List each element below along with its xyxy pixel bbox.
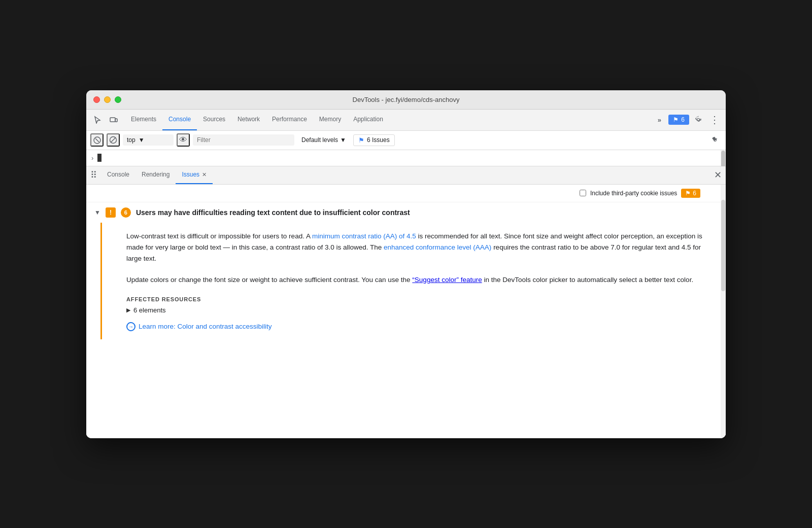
context-selector[interactable]: top ▼ [123, 134, 174, 146]
console-prompt-icon: › [91, 154, 93, 162]
tab-rendering[interactable]: Rendering [136, 166, 176, 184]
levels-dropdown[interactable]: Default levels ▼ [297, 134, 350, 146]
suggest-color-link[interactable]: “Suggest color” feature [412, 276, 482, 284]
issue-count: 6 [121, 207, 131, 218]
issues-flag-icon: ⚑ [358, 136, 364, 144]
window-title: DevTools - jec.fyi/demo/cds-anchovy [353, 96, 460, 103]
issue-chevron-icon: ▼ [94, 209, 100, 216]
issues-badge-button[interactable]: ⚑ 6 [668, 115, 689, 125]
issues-panel: Include third-party cookie issues ⚑ 6 ▼ … [86, 185, 726, 438]
tab-memory[interactable]: Memory [313, 110, 347, 130]
issue-description: Low-contrast text is difficult or imposs… [126, 231, 718, 265]
elements-arrow-icon: ▶ [126, 307, 130, 313]
svg-line-5 [111, 137, 116, 143]
traffic-lights [93, 96, 121, 103]
more-options-icon[interactable]: ⋮ [707, 113, 722, 127]
tab-console[interactable]: Console [162, 110, 197, 130]
secondary-tab-dots-icon[interactable]: ⠿ [90, 169, 97, 181]
filter-input[interactable] [193, 134, 294, 146]
issues-scrollbar-track [721, 185, 726, 438]
tab-sources[interactable]: Sources [197, 110, 231, 130]
elements-toggle[interactable]: ▶ 6 elements [126, 306, 718, 314]
issues-scrollbar-thumb [721, 200, 725, 291]
issue-warning-icon: ! [106, 207, 116, 218]
console-input-row: › [86, 150, 726, 166]
warning-flag-icon: ⚑ [685, 190, 691, 197]
conformance-link[interactable]: enhanced conformance level (AAA) [384, 243, 491, 251]
learn-more-circle-icon: → [126, 322, 136, 331]
issue-header[interactable]: ▼ ! 6 Users may have difficulties readin… [86, 202, 726, 223]
affected-label: AFFECTED RESOURCES [126, 296, 718, 302]
issues-button-toolbar[interactable]: ⚑ 6 Issues [353, 134, 395, 146]
minimize-button[interactable] [104, 96, 111, 103]
learn-more-link[interactable]: → Learn more: Color and contrast accessi… [126, 322, 718, 331]
issue-body: Low-contrast text is difficult or imposs… [100, 223, 726, 339]
console-toolbar: top ▼ 👁 Default levels ▼ ⚑ 6 Issues [86, 131, 726, 150]
tab-application[interactable]: Application [347, 110, 389, 130]
tab-issues-close-icon[interactable]: ✕ [202, 171, 207, 178]
eye-icon[interactable]: 👁 [177, 133, 190, 147]
affected-resources: AFFECTED RESOURCES ▶ 6 elements [126, 296, 718, 314]
issue-group: ▼ ! 6 Users may have difficulties readin… [86, 202, 726, 339]
devtools-window: DevTools - jec.fyi/demo/cds-anchovy [86, 90, 726, 438]
checkbox-row: Include third-party cookie issues ⚑ 6 [86, 185, 726, 202]
tab-network[interactable]: Network [231, 110, 266, 130]
tab-performance[interactable]: Performance [266, 110, 313, 130]
svg-rect-1 [115, 119, 117, 122]
issue-update: Update colors or change the font size or… [126, 274, 718, 286]
ban-icon[interactable] [107, 133, 120, 147]
settings-icon[interactable] [691, 113, 705, 127]
title-bar: DevTools - jec.fyi/demo/cds-anchovy [86, 90, 726, 110]
svg-line-3 [95, 138, 99, 142]
more-tabs-button[interactable]: » [652, 113, 666, 127]
main-tab-bar: Elements Console Sources Network Perform… [86, 110, 726, 131]
flag-icon: ⚑ [673, 116, 679, 123]
toolbar-settings-icon[interactable] [708, 133, 722, 147]
cursor-icon[interactable] [90, 113, 105, 127]
issue-title: Users may have difficulties reading text… [136, 208, 410, 217]
device-toggle-icon[interactable] [107, 113, 121, 127]
tab-bar-left-icons [90, 110, 121, 130]
tab-elements[interactable]: Elements [125, 110, 162, 130]
svg-rect-0 [110, 118, 115, 122]
clear-console-icon[interactable] [90, 133, 104, 147]
tab-bar-right: » ⚑ 6 ⋮ [652, 110, 722, 130]
scrollbar-track [721, 150, 726, 166]
third-party-cookie-checkbox[interactable] [580, 190, 586, 196]
contrast-ratio-link[interactable]: minimum contrast ratio (AA) of 4.5 [312, 232, 416, 240]
close-button[interactable] [93, 96, 100, 103]
devtools-panel: Elements Console Sources Network Perform… [86, 110, 726, 438]
secondary-tab-bar: ⠿ Console Rendering Issues ✕ ✕ [86, 166, 726, 185]
console-cursor [97, 154, 101, 162]
issues-count-badge: ⚑ 6 [681, 189, 700, 198]
maximize-button[interactable] [115, 96, 121, 103]
tab-console-secondary[interactable]: Console [101, 166, 136, 184]
tab-issues[interactable]: Issues ✕ [176, 166, 213, 184]
close-drawer-icon[interactable]: ✕ [714, 169, 722, 181]
